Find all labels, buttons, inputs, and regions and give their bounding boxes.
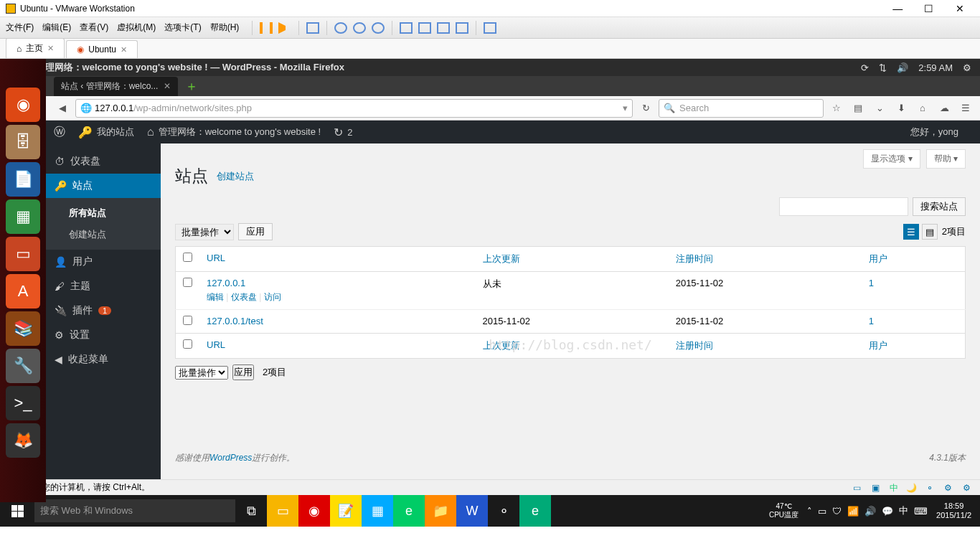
launcher-dash[interactable]: ◉: [6, 88, 40, 122]
device-icon[interactable]: ▭: [851, 483, 864, 493]
action-visit[interactable]: 访问: [264, 292, 281, 302]
sidebar-collapse[interactable]: ◀收起菜单: [46, 347, 161, 372]
col-url[interactable]: URL: [199, 334, 476, 359]
action-edit[interactable]: 编辑: [207, 292, 224, 302]
pocket-icon[interactable]: ⌄: [871, 100, 888, 117]
taskbar-vmware-icon[interactable]: ▭: [267, 495, 298, 527]
my-sites[interactable]: 🔑我的站点: [78, 126, 134, 139]
device-icon[interactable]: ⚙: [942, 483, 955, 493]
row-checkbox[interactable]: [183, 278, 192, 287]
clock[interactable]: 18:59 2015/11/2: [936, 501, 971, 520]
taskbar-app-icon[interactable]: ⚬: [488, 495, 519, 527]
device-icon[interactable]: ▣: [869, 483, 882, 493]
search-input[interactable]: [779, 197, 908, 216]
launcher-terminal[interactable]: >_: [6, 386, 40, 420]
view-icon[interactable]: [418, 22, 431, 34]
launcher-amazon[interactable]: 📚: [6, 311, 40, 346]
reload-button[interactable]: ↻: [637, 100, 654, 117]
menu-vm[interactable]: 虚拟机(M): [117, 22, 156, 34]
sync-icon[interactable]: ⟳: [861, 62, 869, 73]
col-registered[interactable]: 注册时间: [669, 247, 862, 272]
wp-logo[interactable]: ⓦ: [54, 125, 65, 140]
tray-chevron-icon[interactable]: ˄: [807, 506, 812, 517]
unity-icon[interactable]: [484, 22, 496, 34]
view-icon[interactable]: [400, 22, 413, 34]
minimize-button[interactable]: —: [883, 3, 912, 14]
submenu-create-site[interactable]: 创建站点: [46, 224, 161, 245]
bulk-action-select[interactable]: 批量操作: [175, 224, 234, 240]
sidebar-dashboard[interactable]: ⏱仪表盘: [46, 149, 161, 174]
sound-icon[interactable]: 🔊: [897, 62, 908, 73]
new-tab-button[interactable]: ＋: [185, 77, 198, 95]
dropdown-icon[interactable]: ▾: [623, 103, 628, 113]
select-all-checkbox[interactable]: [183, 339, 192, 349]
clock[interactable]: 2:59 AM: [918, 62, 953, 73]
updates[interactable]: ↻2: [334, 126, 352, 139]
howdy[interactable]: 您好，yong: [910, 126, 958, 138]
taskbar-app-icon[interactable]: e: [393, 495, 425, 527]
network-icon[interactable]: ⇅: [879, 62, 887, 73]
taskbar-word-icon[interactable]: W: [456, 495, 488, 527]
fullscreen-icon[interactable]: [456, 22, 468, 34]
clock-icon[interactable]: [353, 22, 366, 34]
device-icon[interactable]: 中: [887, 482, 900, 492]
select-all-checkbox[interactable]: [183, 253, 192, 262]
search-bar[interactable]: 🔍 Search: [659, 99, 824, 118]
sidebar-settings[interactable]: ⚙设置: [46, 323, 161, 347]
taskbar-app-icon[interactable]: ▦: [362, 495, 393, 527]
tray-ime[interactable]: 中: [899, 504, 908, 517]
submenu-all-sites[interactable]: 所有站点: [46, 202, 161, 224]
menu-file[interactable]: 文件(F): [6, 22, 34, 34]
site-url-link[interactable]: 127.0.0.1: [207, 278, 245, 288]
menu-help[interactable]: 帮助(H): [210, 22, 240, 34]
launcher-firefox[interactable]: 🦊: [6, 423, 40, 458]
bulk-action-select[interactable]: 批量操作: [175, 366, 228, 380]
clock-icon[interactable]: [334, 22, 347, 34]
tray-notification-icon[interactable]: 💬: [882, 506, 893, 517]
col-registered[interactable]: 注册时间: [669, 334, 862, 359]
browser-tab[interactable]: 站点 ‹ 管理网络：welco... ✕: [54, 77, 178, 96]
col-users[interactable]: 用户: [862, 334, 966, 359]
cell-users[interactable]: 1: [869, 278, 874, 288]
downloads-icon[interactable]: ⬇: [892, 100, 910, 117]
launcher-writer[interactable]: 📄: [6, 162, 40, 197]
temp-widget[interactable]: 47℃ CPU温度: [769, 502, 798, 519]
bookmarks-icon[interactable]: ▤: [849, 100, 867, 117]
launcher-settings[interactable]: 🔧: [6, 349, 40, 383]
col-updated[interactable]: 上次更新: [476, 247, 669, 272]
menu-edit[interactable]: 编辑(E): [42, 22, 71, 34]
task-view-icon[interactable]: ⧉: [235, 495, 267, 527]
tray-shield-icon[interactable]: 🛡: [832, 506, 842, 517]
apply-button[interactable]: 应用: [232, 364, 254, 380]
cell-users[interactable]: 1: [869, 316, 874, 326]
clock-icon[interactable]: [372, 22, 385, 34]
row-checkbox[interactable]: [183, 316, 192, 325]
pause-icon[interactable]: [260, 22, 273, 34]
maximize-button[interactable]: ☐: [915, 3, 943, 14]
network-admin[interactable]: ⌂管理网络：welcome to yong's website !: [147, 126, 321, 138]
back-button[interactable]: ◀: [54, 100, 71, 117]
col-url[interactable]: URL: [199, 247, 476, 272]
play-icon[interactable]: [278, 22, 291, 34]
taskbar-app-icon[interactable]: ◉: [298, 495, 330, 527]
launcher-impress[interactable]: ▭: [6, 237, 40, 271]
sidebar-plugins[interactable]: 🔌插件1: [46, 298, 161, 323]
col-users[interactable]: 用户: [862, 247, 966, 272]
device-icon[interactable]: 🌙: [905, 483, 918, 493]
site-url-link[interactable]: 127.0.0.1/test: [207, 316, 263, 326]
view-excerpt-icon[interactable]: ▤: [922, 224, 938, 240]
launcher-software[interactable]: A: [6, 274, 40, 309]
taskbar-app-icon[interactable]: 📝: [330, 495, 362, 527]
launcher-files[interactable]: 🗄: [6, 125, 40, 159]
taskbar-app-icon[interactable]: 📁: [425, 495, 456, 527]
tray-keyboard-icon[interactable]: ⌨: [914, 506, 928, 517]
close-icon[interactable]: ✕: [121, 45, 127, 55]
apply-button[interactable]: 应用: [238, 223, 273, 240]
menu-tabs[interactable]: 选项卡(T): [164, 22, 201, 34]
tab-home[interactable]: ⌂ 主页 ✕: [6, 38, 65, 58]
tray-battery-icon[interactable]: ▭: [818, 506, 826, 517]
search-button[interactable]: 搜索站点: [913, 197, 966, 216]
sidebar-users[interactable]: 👤用户: [46, 250, 161, 274]
tray-wifi-icon[interactable]: 📶: [847, 506, 859, 517]
sidebar-sites[interactable]: 🔑站点: [46, 174, 161, 198]
